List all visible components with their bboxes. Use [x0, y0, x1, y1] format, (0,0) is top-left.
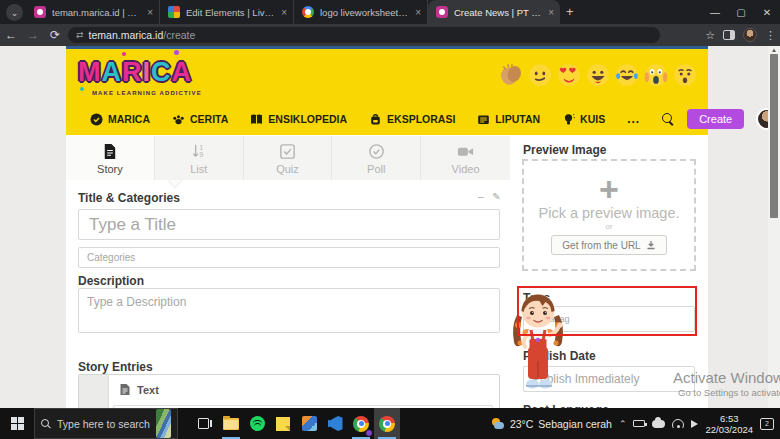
forward-button[interactable]: → [22, 28, 44, 42]
taskbar-app-spotify[interactable] [244, 408, 270, 439]
get-from-url-button[interactable]: Get from the URL [551, 235, 666, 255]
chrome-profile-badge [365, 429, 373, 437]
preview-image-dropzone[interactable]: + Pick a preview image. or Get from the … [522, 159, 696, 271]
entry-drag-handle[interactable] [79, 375, 109, 408]
back-button[interactable]: ← [0, 28, 22, 42]
taskbar-app-sticky-notes[interactable] [270, 408, 296, 439]
nav-item-marica[interactable]: MARICA [90, 113, 150, 126]
heart-eyes-emoji[interactable] [556, 62, 582, 88]
onedrive-icon[interactable] [652, 420, 665, 428]
search-placeholder: Type here to search [57, 418, 150, 430]
url-host: teman.marica.id [89, 29, 164, 41]
marica-logo[interactable]: MARICA MAKE LEARNING ADDICTIVE [78, 57, 202, 96]
scream-emoji[interactable] [643, 62, 669, 88]
url-path: /create [163, 29, 195, 41]
volume-icon[interactable] [691, 420, 698, 428]
taskbar-app-photos[interactable] [296, 408, 322, 439]
download-icon [646, 240, 656, 250]
browser-profile-avatar[interactable] [743, 28, 757, 42]
tab-story[interactable]: Story [66, 136, 155, 180]
tab-list[interactable]: 19 List [155, 136, 244, 180]
tab-quiz[interactable]: Quiz [244, 136, 333, 180]
clock-date: 22/03/2024 [705, 424, 753, 435]
start-button[interactable] [0, 408, 34, 439]
address-bar[interactable]: ⇄ teman.marica.id /create [68, 27, 660, 43]
browser-menu-icon[interactable]: ⋮ [765, 29, 776, 42]
activate-windows-subtext: Go to Settings to activate Windows. [678, 387, 780, 398]
tab-close-icon[interactable]: × [415, 7, 421, 18]
logo-confetti [122, 52, 126, 56]
check-circle-icon [367, 142, 386, 161]
nav-item-eksplorasi[interactable]: EKSPLORASI [369, 113, 455, 126]
battery-icon[interactable] [633, 420, 645, 427]
weather-widget[interactable]: 23°C Sebagian cerah [491, 418, 612, 430]
sticky-notes-icon [276, 417, 290, 431]
tab-close-icon[interactable]: × [548, 7, 554, 18]
create-button[interactable]: Create [687, 109, 744, 129]
search-highlight-image[interactable] [156, 409, 171, 438]
taskbar-clock[interactable]: 6:53 22/03/2024 [705, 413, 753, 435]
nav-item-cerita[interactable]: CERITA [172, 113, 228, 126]
nav-more-button[interactable]: ... [627, 112, 640, 126]
window-maximize-button[interactable]: ▢ [728, 0, 754, 24]
taskbar-app-chrome-active[interactable] [374, 408, 400, 439]
tab-search-button[interactable]: ⌄ [6, 4, 23, 21]
search-icon[interactable] [662, 113, 675, 126]
svg-text:9: 9 [200, 151, 204, 158]
site-settings-icon[interactable]: ⇄ [76, 30, 83, 40]
page-viewport: MARICA MAKE LEARNING ADDICTIVE MARICA [0, 46, 780, 408]
nav-item-ensiklopedia[interactable]: ENSIKLOPEDIA [250, 113, 347, 126]
entry-type-label: Text [137, 384, 159, 396]
chrome-icon [379, 416, 395, 432]
smirk-emoji[interactable] [527, 62, 553, 88]
wifi-icon[interactable] [672, 419, 684, 428]
categories-input[interactable] [78, 247, 500, 268]
browser-tab-2[interactable]: Edit Elements | Live Worksheets × [160, 0, 294, 24]
story-entries-panel: Text [78, 374, 500, 408]
clap-emoji[interactable] [498, 62, 524, 88]
taskbar-search-box[interactable]: Type here to search [34, 408, 178, 439]
browser-tab-1[interactable]: teman.marica.id | 502: Bad gat × [26, 0, 160, 24]
page-scrollbar-thumb[interactable] [770, 54, 778, 218]
anguished-emoji[interactable] [672, 62, 698, 88]
task-view-button[interactable] [188, 418, 218, 429]
browser-tab-active[interactable]: Create News | PT Sebangku × [428, 0, 560, 24]
section-collapse-edit-icons[interactable]: – ✎ [478, 191, 504, 202]
nav-item-kuis[interactable]: KUIS [562, 113, 605, 126]
taskbar-app-chrome-profile[interactable] [348, 408, 374, 439]
pick-preview-text: Pick a preview image. [538, 205, 679, 221]
nav-label: EKSPLORASI [387, 113, 455, 125]
tray-chevron-icon[interactable]: ⌃ [619, 419, 627, 429]
reaction-emoji-row [498, 62, 698, 88]
newspaper-icon [477, 113, 490, 126]
browser-tab-3[interactable]: logo liveworksheets - Google S × [294, 0, 428, 24]
scrollbar-up-arrow[interactable]: ▲ [771, 47, 777, 53]
site-nav: MARICA CERITA ENSIKLOPEDIA EKSPLORASI LI… [66, 103, 708, 135]
action-center-icon[interactable]: 2 [760, 418, 774, 430]
window-close-button[interactable]: ✕ [754, 0, 780, 24]
mascot-girl-illustration [504, 283, 572, 395]
tab-label: Story [97, 163, 123, 175]
nav-item-liputan[interactable]: LIPUTAN [477, 113, 540, 126]
description-textarea[interactable] [78, 288, 500, 333]
new-tab-button[interactable]: + [566, 4, 574, 19]
tab-poll[interactable]: Poll [332, 136, 421, 180]
grin-emoji[interactable] [585, 62, 611, 88]
tab-close-icon[interactable]: × [147, 7, 153, 18]
taskbar-app-file-explorer[interactable] [218, 408, 244, 439]
nav-label: KUIS [580, 113, 605, 125]
laugh-cry-emoji[interactable] [614, 62, 640, 88]
side-panel-icon[interactable] [723, 30, 735, 40]
taskbar-app-vscode[interactable] [322, 408, 348, 439]
reload-button[interactable]: ⟳ [44, 28, 66, 42]
entry-type-row[interactable]: Text [119, 383, 159, 396]
tab-label: Quiz [276, 163, 299, 175]
window-minimize-button[interactable]: — [702, 0, 728, 24]
preview-image-label: Preview Image [523, 143, 606, 157]
tab-video[interactable]: Video [421, 136, 510, 180]
bookmark-star-icon[interactable]: ☆ [705, 29, 715, 42]
title-input[interactable] [78, 209, 500, 240]
tab-close-icon[interactable]: × [281, 7, 287, 18]
description-label: Description [78, 274, 144, 288]
badge-icon [90, 113, 103, 126]
